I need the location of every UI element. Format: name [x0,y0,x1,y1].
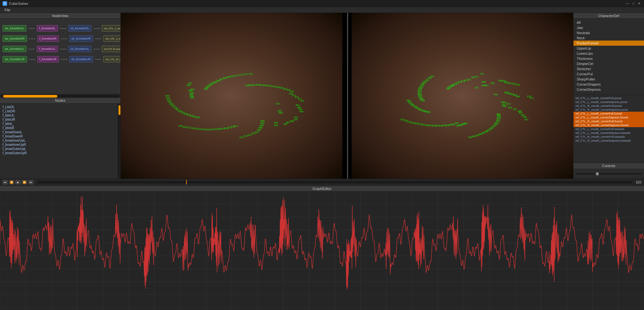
chardef-item[interactable]: UpperLip [573,46,644,51]
ref-item[interactable]: ref_CTL_L_mouth_cornerDepress.funnel [573,116,644,119]
nodes-scrollbar[interactable] [118,104,120,179]
node-list-item[interactable]: f_browOuterUpR [1,151,117,155]
chardef-list: AllJawNeutralsNeckPuckerFunnelUpperLipLo… [573,19,644,93]
controls-section: Controls [573,163,644,179]
chardef-item[interactable]: PuckerFunnel [573,41,644,46]
chardef-item[interactable]: Jaw [573,25,644,30]
titlebar-left: C CubicSolver [3,1,28,6]
ref-item[interactable]: ref_CTL_R_mouth_cornerDepress.towards [573,139,644,143]
left-panel: NodeView ws_funnelerDLf_funnelerDLcb_fun… [0,13,121,179]
controls-header: Controls [573,163,644,169]
time-next-button[interactable]: ⏩ [22,180,27,184]
node-box-ref[interactable]: ref CTL R mouth cornerDepress.funnel [102,46,120,52]
node-list-item[interactable]: f_browDownL [1,130,117,134]
node-box-ref[interactable]: ref_CTL_R_mouth_cornerPull.funnel [103,56,120,62]
node-list-item[interactable]: f_biteUL [1,113,117,117]
chardef-item[interactable]: CornerShapers [573,82,644,87]
ref-item[interactable]: ref_CTL_L_mouth_cornerPull.funnel [573,112,644,116]
node-list-item[interactable]: f_browInnerUpL [1,138,117,143]
chardef-item[interactable]: CornerDepress [573,87,644,92]
time-prev-button[interactable]: ⏪ [9,180,14,184]
nodes-list[interactable]: f_LiteDLf_LiteDRf_biteULf_biteURf_blink_… [0,104,118,179]
chardef-item[interactable]: CornerPul [573,71,644,77]
minimize-button[interactable]: — [625,1,630,6]
scroll-thumb [3,95,57,98]
node-box-pink[interactable]: f_funnelerUR [37,56,59,62]
chardef-item[interactable]: Neutrals [573,30,644,35]
node-box-pink[interactable]: f_funnelerDL [37,25,58,32]
node-row-3[interactable]: ws_funnelerURf_funnelerURcb_funnelerURre… [3,56,120,62]
face-left [121,13,342,179]
ref-item[interactable]: ref_CTL_R_mouth_cornerDepress.funnel [573,123,644,127]
node-box-pink[interactable]: f_funnelerUL [37,46,58,52]
node-box-pink[interactable]: f_funnelerDR [37,35,59,42]
top-row: NodeView ws_funnelerDLf_funnelerDLcb_fun… [0,13,644,179]
node-list-item[interactable]: f_LiteDL [1,105,117,109]
chardef-item[interactable]: DimpleCtrl [573,61,644,66]
node-box-green[interactable]: ws_funnelerUL [3,46,26,52]
ref-item[interactable]: ref_CTL_L_mouth_cornerPull.towards [573,127,644,131]
node-box-blue[interactable]: cb_funnelerDL [68,25,92,32]
node-box-blue[interactable]: cb_funnelerUR [69,56,93,62]
close-button[interactable]: ✕ [637,1,641,6]
node-box-green[interactable]: ws_funnelerUR [3,56,27,62]
face-divider [347,13,348,179]
nodes-header: Nodes [0,98,120,104]
nodeview-scrollbar[interactable] [0,94,120,98]
node-list-item[interactable]: f_LiteDR [1,109,117,113]
node-list-item[interactable]: f_blink_ [1,122,117,126]
node-connector [61,59,67,60]
node-list-item[interactable]: f_browInnerUpR [1,143,117,147]
time-end-button[interactable]: ⏭ [28,180,33,184]
nodes-scroll-thumb [118,105,120,115]
graph-editor[interactable]: GraphEditor [0,186,644,310]
chardef-item[interactable]: All [573,20,644,25]
chardef-item[interactable]: Thickness [573,56,644,61]
ref-item[interactable]: ref_CTL_R_mouth_cornerPull.funnel [573,119,644,123]
window-title: CubicSolver [9,2,28,5]
time-value: 620 [633,181,644,184]
ref-item[interactable]: ref_CTL_R_mouth_cornerPull.towards [573,135,644,139]
chardef-item[interactable]: Stretcher [573,66,644,71]
time-controller: ⏮ ⏪ ▶ ⏩ ⏭ TimeController 620 [0,179,644,186]
viewport[interactable]: 4014024034044074084184195085075075025046… [121,13,573,179]
node-box-green[interactable]: ws_funnelerDL [3,25,26,32]
node-list-item[interactable]: f_browOuterUpL [1,147,117,151]
nodeview-area[interactable]: ws_funnelerDLf_funnelerDLcb_funnelerDLre… [0,19,120,94]
chardef-item[interactable]: Neck [573,35,644,41]
ref-item[interactable]: ref_CTL_L_mouth_cornerDepress.purse [573,100,644,104]
node-box-green[interactable]: ws_funnelerDR [3,35,27,42]
right-panel: CharacterDef AllJawNeutralsNeckPuckerFun… [573,13,644,179]
node-list-item[interactable]: f_blinkR [1,126,117,130]
node-row-2[interactable]: ws_funnelerULf_funnelerULcb_funnelerULre… [3,46,120,52]
time-scrubber[interactable] [37,181,632,183]
ref-item[interactable]: ref_CTL_R_mouth_cornerPull.purse [573,104,644,108]
chardef-header: CharacterDef [573,13,644,19]
node-box-ref[interactable]: ref_CTL_J_mouth_cornerPull.funnel [103,35,120,42]
chardef-item[interactable]: SharpPuller [573,77,644,82]
nodes-panel-container: f_LiteDLf_LiteDRf_biteULf_biteURf_blink_… [0,104,120,179]
time-controls: ⏮ ⏪ ▶ ⏩ ⏭ [0,180,36,184]
node-box-blue[interactable]: cb_funnelerUL [68,46,92,52]
node-connector [29,39,35,39]
time-play-button[interactable]: ▶ [15,180,21,184]
slider-track [576,173,641,174]
controls-slider[interactable] [573,169,644,179]
time-start-button[interactable]: ⏮ [3,180,8,184]
ref-item[interactable]: ref_CTL_R_mouth_cornerDepress.purse [573,108,644,112]
node-row-1[interactable]: ws_funnelerDRf_funnelerDRcb_funnelerDRre… [3,35,120,42]
maximize-button[interactable]: □ [631,1,636,6]
face-right [352,13,573,179]
node-connector [61,39,67,39]
file-menu[interactable]: File [2,7,13,13]
node-list-item[interactable]: f_browDownR [1,134,117,138]
ref-item[interactable]: ref_CTL_L_mouth_cornerPull.purse [573,96,644,100]
scrubber-thumb [186,180,187,184]
node-box-blue[interactable]: cb_funnelerDR [69,35,93,42]
node-box-ref[interactable]: ref_CTL_J_mouth_cornerDepress.funnel [102,25,120,32]
node-row-0[interactable]: ws_funnelerDLf_funnelerDLcb_funnelerDLre… [3,25,120,32]
chardef-item[interactable]: LowerLips [573,51,644,56]
node-list-item[interactable]: f_biteUR [1,117,117,122]
node-connector [95,59,101,60]
ref-item[interactable]: ref_CTL_L_mouth_cornerDepress.towards [573,131,644,135]
